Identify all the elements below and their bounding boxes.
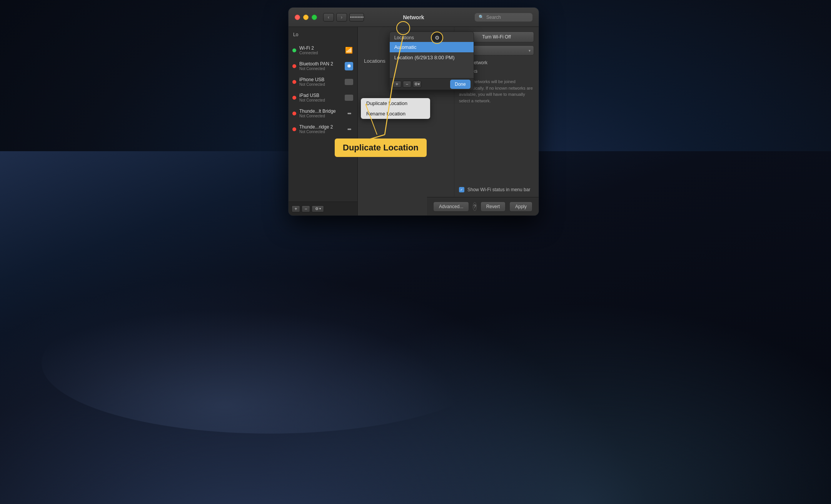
chevron-down-icon: ▾ <box>319 207 321 210</box>
advanced-button[interactable]: Advanced... <box>433 202 469 212</box>
remove-network-button[interactable]: − <box>302 205 310 212</box>
sidebar-header: Lo <box>289 27 357 42</box>
network-name: Thunde...lt Bridge <box>299 108 341 114</box>
status-dot-disconnected <box>292 96 296 100</box>
svg-point-1 <box>365 104 367 105</box>
sidebar-toolbar: + − ⚙ ▾ <box>289 202 357 215</box>
network-status: Not Connected <box>299 130 341 134</box>
help-button[interactable]: ? <box>473 202 476 211</box>
network-name: iPad USB <box>299 93 341 98</box>
annotation-label: Duplicate Location <box>335 139 427 157</box>
network-status: Not Connected <box>299 98 341 102</box>
nav-buttons: ‹ › <box>323 13 347 22</box>
annotation-container: Duplicate Location <box>335 139 427 157</box>
revert-button[interactable]: Revert <box>481 202 506 212</box>
grid-button[interactable] <box>349 13 364 22</box>
status-dot-connected <box>292 48 296 52</box>
forward-button[interactable]: › <box>336 13 347 22</box>
network-info: Bluetooth PAN 2 Not Connected <box>299 61 341 71</box>
network-name: Wi-Fi 2 <box>299 45 341 51</box>
dropdown-chevron-icon: ▾ <box>529 48 531 53</box>
search-bar[interactable]: 🔍 Search <box>475 13 532 22</box>
add-location-button[interactable]: + <box>393 81 401 88</box>
network-status: Not Connected <box>299 114 341 118</box>
wifi-icon: 📶 <box>344 47 354 54</box>
network-item-iphone-usb[interactable]: iPhone USB Not Connected <box>289 74 357 90</box>
dots-icon: ••• <box>347 126 351 132</box>
bluetooth-badge: ✱ <box>345 62 353 70</box>
network-item-ipad-usb[interactable]: iPad USB Not Connected <box>289 90 357 105</box>
network-item-tb-bridge[interactable]: Thunde...lt Bridge Not Connected ••• <box>289 105 357 121</box>
done-button[interactable]: Done <box>450 80 471 89</box>
window-title: Network <box>403 14 424 20</box>
network-sidebar: Lo Wi-Fi 2 Connected 📶 <box>289 27 358 215</box>
apply-button[interactable]: Apply <box>509 202 532 212</box>
location-gear-button[interactable]: ⚙▾ <box>413 81 421 88</box>
locations-label: Locations <box>364 58 385 64</box>
network-item-bt-pan2[interactable]: Bluetooth PAN 2 Not Connected ✱ <box>289 58 357 74</box>
chevron-left-icon: ‹ <box>328 15 329 20</box>
search-icon: 🔍 <box>479 15 484 20</box>
network-info: Thunde...ridge 2 Not Connected <box>299 124 341 134</box>
titlebar: ‹ › Network 🔍 Search <box>289 8 539 27</box>
dots-icon: ••• <box>347 110 351 117</box>
show-wifi-label: Show Wi-Fi status in menu bar <box>467 187 530 192</box>
bottom-bar: Advanced... ? Revert Apply <box>427 197 539 215</box>
network-status: Not Connected <box>299 82 341 87</box>
network-info: iPhone USB Not Connected <box>299 77 341 87</box>
status-dot-disconnected <box>292 127 296 131</box>
popup-toolbar: + − ⚙▾ Done <box>390 78 474 90</box>
gear-icon: ⚙ <box>315 207 319 211</box>
search-placeholder: Search <box>486 15 501 20</box>
network-name: Thunde...ridge 2 <box>299 124 341 130</box>
thunderbolt-icon: ••• <box>344 110 354 117</box>
network-status: Connected <box>299 51 341 55</box>
bluetooth-icon: ✱ <box>344 62 354 70</box>
show-wifi-checkbox[interactable]: ✓ <box>459 187 464 192</box>
add-network-button[interactable]: + <box>292 205 300 212</box>
status-dot-disconnected <box>292 64 296 68</box>
network-info: iPad USB Not Connected <box>299 93 341 102</box>
svg-line-0 <box>365 104 377 135</box>
status-dot-disconnected <box>292 112 296 115</box>
minimize-button[interactable] <box>303 15 309 20</box>
network-name: iPhone USB <box>299 77 341 82</box>
usb-icon <box>344 94 354 102</box>
location-item-custom[interactable]: Location (6/29/13 8:00 PM) <box>390 52 474 63</box>
traffic-lights <box>295 15 317 20</box>
location-item-automatic[interactable]: Automatic <box>390 42 474 52</box>
network-item-tb-ridge2[interactable]: Thunde...ridge 2 Not Connected ••• <box>289 121 357 137</box>
chevron-right-icon: › <box>341 15 342 20</box>
gear-icon-inner: ⚙ <box>435 35 440 41</box>
gear-circle-icon[interactable]: ⚙ <box>431 32 443 44</box>
status-dot-disconnected <box>292 80 296 84</box>
show-wifi-checkbox-row: ✓ Show Wi-Fi status in menu bar <box>459 187 534 192</box>
usb-icon <box>344 78 354 86</box>
network-name: Bluetooth PAN 2 <box>299 61 341 67</box>
back-button[interactable]: ‹ <box>323 13 334 22</box>
network-status: Not Connected <box>299 67 341 71</box>
network-gear-button[interactable]: ⚙ ▾ <box>312 205 324 212</box>
maximize-button[interactable] <box>312 15 317 20</box>
thunderbolt-icon: ••• <box>344 125 354 133</box>
remove-location-button[interactable]: − <box>403 81 411 88</box>
close-button[interactable] <box>295 15 300 20</box>
network-info: Thunde...lt Bridge Not Connected <box>299 108 341 118</box>
network-list: Wi-Fi 2 Connected 📶 Bluetooth PAN 2 Not … <box>289 42 357 202</box>
network-item-wifi2[interactable]: Wi-Fi 2 Connected 📶 <box>289 42 357 58</box>
network-info: Wi-Fi 2 Connected <box>299 45 341 55</box>
